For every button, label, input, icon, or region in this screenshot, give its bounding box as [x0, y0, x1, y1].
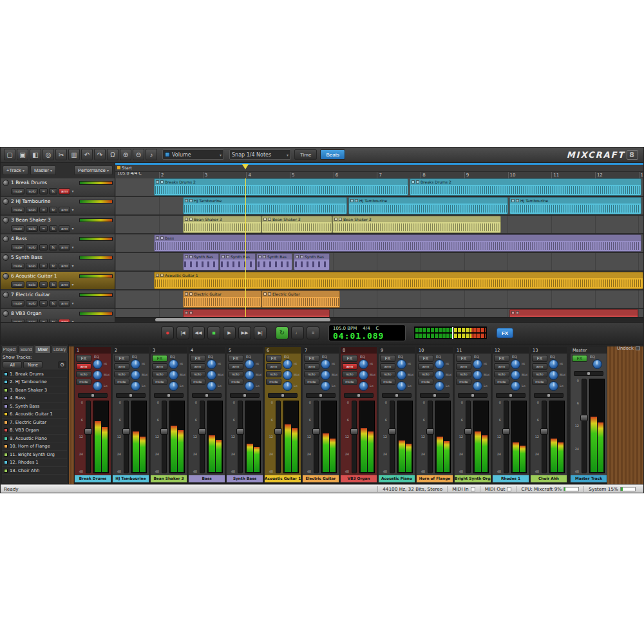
clip-plus-icon[interactable] — [160, 274, 164, 277]
channel-mute-button[interactable]: mute — [114, 379, 129, 385]
audio-clip[interactable]: Breaks Drums 2 — [154, 178, 408, 196]
mixdown-icon[interactable]: ◎ — [43, 149, 54, 160]
channel-arm-button[interactable]: arm — [494, 363, 509, 370]
channel-arm-button[interactable]: arm — [114, 363, 129, 370]
eq-knob[interactable] — [283, 370, 292, 380]
master-channel-strip[interactable]: Master FX EQ — [570, 346, 607, 483]
eq-knob[interactable] — [511, 381, 520, 391]
play-button[interactable]: ▶ — [223, 327, 236, 339]
volume-fader[interactable] — [124, 401, 129, 473]
audio-clip[interactable]: HJ Tambourine — [509, 197, 641, 214]
fader-handle[interactable] — [84, 428, 92, 435]
channel-mute-button[interactable]: mute — [456, 379, 471, 385]
track-arm-button[interactable]: arm — [59, 300, 70, 307]
volume-fader[interactable] — [162, 401, 167, 473]
track-fx-button[interactable]: fx — [49, 281, 57, 288]
channel-fx-button[interactable]: FX — [304, 355, 319, 362]
eq-knob[interactable] — [473, 381, 482, 391]
save-icon[interactable]: ◧ — [30, 149, 41, 160]
performance-button[interactable]: Performance ▾ — [74, 166, 113, 175]
audio-clip[interactable]: Synth Bas — [220, 253, 256, 270]
track-dropdown-arrow[interactable]: ▾ — [71, 207, 73, 212]
channel-solo-button[interactable]: solo — [494, 371, 509, 377]
fader-handle[interactable] — [236, 428, 244, 435]
volume-fader[interactable] — [86, 401, 91, 473]
fader-handle[interactable] — [160, 428, 168, 435]
eq-knob[interactable] — [169, 381, 178, 391]
pan-slider[interactable] — [574, 371, 603, 376]
clip-plus-icon[interactable] — [226, 255, 229, 258]
eq-knob[interactable] — [131, 381, 140, 391]
fader-handle[interactable] — [388, 428, 396, 435]
track-list-item[interactable]: 2. HJ Tambourine — [2, 378, 67, 386]
clip-loop-icon[interactable] — [412, 180, 415, 184]
track-header[interactable]: 5 Synth Bass mute solo ≈ fx arm ▾ — [1, 253, 115, 270]
track-volume-slider[interactable] — [79, 293, 113, 297]
loop-mode-icon[interactable]: Ω — [107, 149, 118, 160]
clip-plus-icon[interactable] — [189, 255, 193, 258]
track-mute-button[interactable]: mute — [11, 188, 24, 194]
fast-forward-button[interactable]: ▶▶ — [238, 327, 251, 339]
playhead-marker[interactable] — [242, 164, 249, 173]
go-to-end-button[interactable]: ▶| — [254, 327, 267, 339]
channel-fx-button[interactable]: FX — [418, 355, 433, 362]
key-value[interactable]: C — [376, 327, 379, 331]
track-pan-knob[interactable] — [3, 292, 9, 298]
clip-loop-icon[interactable] — [258, 255, 261, 258]
midi-out-indicator[interactable]: MIDI Out — [480, 486, 516, 492]
clip-loop-icon[interactable] — [185, 218, 188, 221]
snap-select[interactable]: Snap 1/4 Notes ▾ — [229, 149, 291, 160]
channel-fx-button[interactable]: FX — [228, 355, 243, 362]
notes-icon[interactable]: ♪ — [146, 149, 157, 160]
track-waveform-icon[interactable]: ≈ — [39, 207, 48, 213]
audio-clip[interactable]: Electric Guitar — [183, 290, 261, 308]
clip-plus-icon[interactable] — [516, 311, 519, 314]
channel-solo-button[interactable]: solo — [266, 371, 281, 377]
track-header[interactable]: 3 Bean Shaker 3 mute solo ≈ fx arm ▾ — [1, 216, 115, 233]
eq-knob[interactable] — [359, 359, 368, 369]
mixer-channel-strip[interactable]: 4 FX arm solo mute EQ — [188, 346, 225, 483]
eq-knob[interactable] — [359, 381, 368, 391]
audio-clip[interactable]: HJ Tambourine — [183, 197, 347, 214]
mixer-channel-strip[interactable]: 7 FX arm solo mute EQ — [302, 346, 339, 483]
track-lane[interactable]: Breaks Drums 2 — [115, 178, 643, 196]
clip-loop-icon[interactable] — [185, 255, 188, 258]
track-volume-slider[interactable] — [79, 200, 113, 204]
volume-fader[interactable] — [276, 401, 281, 473]
eq-knob[interactable] — [321, 359, 330, 369]
channel-solo-button[interactable]: solo — [342, 371, 357, 377]
pan-slider[interactable] — [192, 393, 222, 398]
channel-mute-button[interactable]: mute — [228, 379, 243, 385]
channel-mute-button[interactable]: mute — [494, 379, 509, 385]
audio-clip[interactable]: Bean Shaker 3 — [183, 216, 261, 233]
channel-fx-button[interactable]: FX — [266, 355, 281, 362]
track-lane[interactable]: Electric Guitar — [115, 290, 643, 308]
eq-knob[interactable] — [245, 359, 254, 369]
clip-loop-icon[interactable] — [350, 199, 354, 202]
eq-knob[interactable] — [435, 359, 444, 369]
eq-knob[interactable] — [473, 359, 482, 369]
track-fx-button[interactable]: fx — [49, 188, 57, 194]
track-header[interactable]: 7 Electric Guitar mute solo ≈ fx arm ▾ — [1, 290, 115, 308]
clip-loop-icon[interactable] — [222, 255, 225, 258]
track-pan-knob[interactable] — [3, 180, 9, 186]
mix-levels-button[interactable]: ≡ — [307, 327, 319, 339]
volume-fader[interactable] — [238, 401, 243, 473]
track-arm-button[interactable]: arm — [59, 281, 70, 288]
zoom-out-icon[interactable]: ⊖ — [133, 149, 144, 160]
add-track-button[interactable]: +Track ▾ — [3, 166, 28, 175]
eq-knob[interactable] — [435, 381, 444, 391]
volume-fader[interactable] — [200, 401, 205, 473]
channel-mute-button[interactable]: mute — [532, 379, 547, 385]
track-pan-knob[interactable] — [3, 217, 9, 223]
clip-loop-icon[interactable] — [296, 255, 299, 258]
channel-mute-button[interactable]: mute — [152, 379, 167, 385]
record-button[interactable]: ● — [161, 327, 174, 339]
track-pan-knob[interactable] — [3, 254, 9, 261]
track-mute-button[interactable]: mute — [11, 244, 24, 251]
mixer-channel-strip[interactable]: 8 FX arm solo mute EQ — [340, 346, 377, 483]
eq-knob[interactable] — [397, 370, 406, 380]
bpm-value[interactable]: 105.0 BPM — [333, 327, 357, 331]
channel-mute-button[interactable]: mute — [418, 379, 433, 385]
channel-arm-button[interactable]: arm — [418, 363, 433, 370]
